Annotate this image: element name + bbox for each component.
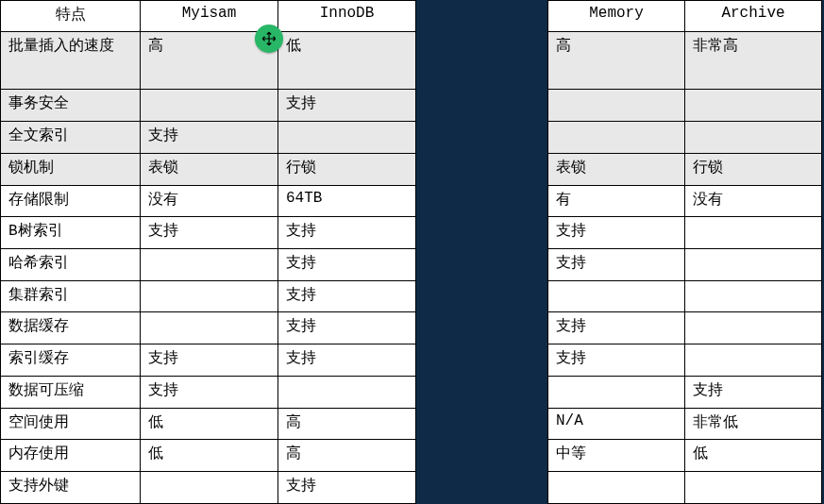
table-row: 全文索引支持 [1,122,416,154]
cell-archive [685,249,822,281]
cell-myisam: 支持 [141,376,278,408]
table-row: B树索引支持支持 [1,217,416,249]
table-header-row: 特点 Myisam InnoDB [1,1,416,32]
cell-feature: 锁机制 [1,153,141,185]
table-row [548,472,822,504]
header-innodb: InnoDB [278,1,416,32]
tables-container: 特点 Myisam InnoDB 批量插入的速度高低事务安全支持全文索引支持锁机… [0,0,824,504]
table-row: 哈希索引支持 [1,249,416,281]
cell-feature: 批量插入的速度 [1,32,141,90]
cell-archive: 低 [685,440,822,472]
cell-feature: 事务安全 [1,90,141,122]
cell-archive: 行锁 [685,153,822,185]
table-row: 内存使用低高 [1,440,416,472]
cell-archive: 非常低 [685,408,822,440]
cell-memory [548,280,685,312]
table-row: 有没有 [548,185,822,217]
table-row: 空间使用低高 [1,408,416,440]
header-feature: 特点 [1,1,141,32]
cell-innodb [278,376,416,408]
cell-innodb: 64TB [278,185,416,217]
cell-innodb: 支持 [278,344,416,377]
cell-feature: 存储限制 [1,185,141,217]
cell-feature: 内存使用 [1,440,141,472]
cell-archive [685,280,822,312]
table-row: 支持 [548,217,822,249]
cell-myisam: 没有 [141,185,278,217]
cell-myisam [141,249,278,281]
cell-memory: N/A [548,408,685,440]
cell-memory: 支持 [548,312,685,344]
cell-innodb: 支持 [278,472,416,504]
table-row [548,280,822,312]
cell-feature: 全文索引 [1,122,141,154]
cell-archive [685,217,822,249]
cell-myisam: 支持 [141,217,278,249]
cell-myisam: 支持 [141,122,278,154]
left-table: 特点 Myisam InnoDB 批量插入的速度高低事务安全支持全文索引支持锁机… [0,0,416,504]
table-row: 批量插入的速度高低 [1,32,416,90]
cell-innodb: 支持 [278,312,416,344]
table-row: 集群索引支持 [1,280,416,312]
right-table: Memory Archive 高非常高表锁行锁有没有支持支持支持支持支持N/A非… [547,0,822,504]
cell-myisam: 表锁 [141,153,278,185]
cell-feature: 空间使用 [1,408,141,440]
header-myisam: Myisam [141,1,278,32]
cell-innodb: 支持 [278,280,416,312]
cell-innodb: 支持 [278,249,416,281]
cell-innodb: 支持 [278,217,416,249]
table-gap [416,0,547,504]
cell-innodb: 行锁 [278,153,416,185]
cell-innodb [278,122,416,154]
header-archive: Archive [685,1,822,32]
cell-memory: 支持 [548,249,685,281]
cell-myisam [141,280,278,312]
cell-myisam: 低 [141,440,278,472]
table-row: 数据可压缩支持 [1,376,416,408]
cell-archive: 非常高 [685,32,822,90]
table-row: 支持 [548,312,822,344]
cell-myisam: 支持 [141,344,278,377]
cell-innodb: 低 [278,32,416,90]
table-row: 存储限制没有64TB [1,185,416,217]
cell-myisam [141,312,278,344]
table-row: 表锁行锁 [548,153,822,185]
cell-feature: 索引缓存 [1,344,141,377]
right-table-body: 高非常高表锁行锁有没有支持支持支持支持支持N/A非常低中等低 [548,32,822,504]
cell-feature: 哈希索引 [1,249,141,281]
table-row: N/A非常低 [548,408,822,440]
cell-innodb: 支持 [278,90,416,122]
cell-myisam [141,472,278,504]
cell-innodb: 高 [278,408,416,440]
table-row: 支持 [548,344,822,377]
table-row: 支持 [548,249,822,281]
cell-feature: 支持外键 [1,472,141,504]
table-row: 中等低 [548,440,822,472]
table-header-row: Memory Archive [548,1,822,32]
cell-feature: 数据缓存 [1,312,141,344]
cell-memory: 高 [548,32,685,90]
cell-memory [548,376,685,408]
cell-feature: 数据可压缩 [1,376,141,408]
cell-archive [685,344,822,377]
table-row: 支持外键支持 [1,472,416,504]
cell-archive [685,312,822,344]
cell-memory [548,122,685,154]
cell-feature: 集群索引 [1,280,141,312]
table-row [548,90,822,122]
cell-feature: B树索引 [1,217,141,249]
left-table-body: 批量插入的速度高低事务安全支持全文索引支持锁机制表锁行锁存储限制没有64TBB树… [1,32,416,504]
cell-myisam: 低 [141,408,278,440]
cell-archive: 支持 [685,376,822,408]
table-row: 数据缓存支持 [1,312,416,344]
cell-archive [685,90,822,122]
cell-memory: 支持 [548,344,685,377]
table-row: 事务安全支持 [1,90,416,122]
cell-memory: 表锁 [548,153,685,185]
cell-archive [685,472,822,504]
cell-innodb: 高 [278,440,416,472]
table-row: 索引缓存支持支持 [1,344,416,377]
cell-myisam [141,90,278,122]
cell-memory [548,472,685,504]
table-row: 高非常高 [548,32,822,90]
